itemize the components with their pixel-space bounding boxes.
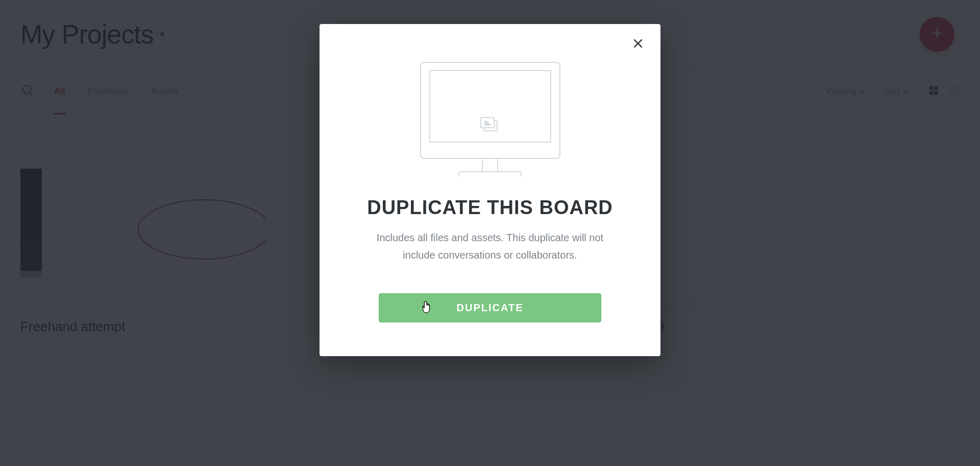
modal-description: Includes all files and assets. This dupl… [362, 229, 618, 264]
duplicate-board-modal: DUPLICATE THIS BOARD Includes all files … [320, 24, 660, 356]
monitor-illustration [420, 62, 560, 175]
close-button[interactable] [629, 35, 647, 54]
modal-title: DUPLICATE THIS BOARD [367, 197, 613, 219]
close-icon [631, 37, 645, 52]
duplicate-button[interactable]: DUPLICATE [379, 293, 601, 322]
